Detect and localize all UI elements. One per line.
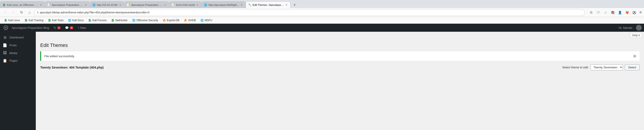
bookmark-label: MSFU <box>204 19 212 22</box>
avatar-icon[interactable]: 🦊 <box>624 9 630 15</box>
tab-close-btn[interactable]: × <box>285 3 288 7</box>
tab-favicon: 📝 <box>127 3 130 6</box>
sidebar-item-pages[interactable]: 📋 Pages <box>0 57 36 65</box>
ghdb-icon: 🔥 <box>184 19 187 22</box>
security-icon: ℹ <box>37 11 38 14</box>
shield-icon[interactable]: 🛡 <box>596 9 601 15</box>
select-theme-dropdown[interactable]: Twenty Seventeen <box>590 64 623 70</box>
comments-count: 0 <box>70 26 73 29</box>
bookmark-kali-tools[interactable]: 🐉 Kali Tools <box>46 18 65 22</box>
bookmark-kali-forums[interactable]: 🐉 Kali Forums <box>86 18 108 22</box>
sidebar-item-label: Posts <box>10 44 17 47</box>
sidebar-item-label: Dashboard <box>10 36 24 39</box>
avatar[interactable] <box>636 25 642 31</box>
bookmark-label: Exploit-DB <box>167 19 180 22</box>
tab-close-btn[interactable]: × <box>196 3 199 7</box>
menu-icon[interactable]: ≡ <box>639 10 642 15</box>
sidebar-item-label: Media <box>10 51 17 55</box>
msfu-icon: 🌐 <box>200 19 204 22</box>
url-text: apocalyst.htb/wp-admin/theme-editor.php?… <box>40 11 582 14</box>
bookmark-label: Offensive Security <box>136 19 158 22</box>
sports-icon[interactable]: ⚽ <box>631 9 637 15</box>
kali-training-icon: 🐉 <box>24 19 28 22</box>
bookmark-kali-docs[interactable]: 🌐 Kali Docs <box>66 18 86 22</box>
tab-close-btn[interactable]: × <box>84 3 87 7</box>
tab-label: Kali Linux, an Offensive Se... <box>7 3 38 6</box>
bookmark-ghdb[interactable]: 🔥 GHDB <box>182 18 198 22</box>
bookmark-label: Kali Tools <box>52 19 64 22</box>
tab-apocalypse-prep-1[interactable]: 📝 Apocalypse Preparation B... × <box>45 1 90 8</box>
tab-10-10-10-46[interactable]: 🌐 http://10.10.10.46/ × <box>90 1 124 8</box>
sidebar-item-media[interactable]: 🖼 Media <box>0 49 36 57</box>
tab-end-of-world[interactable]: 📝 End of the world × <box>169 1 201 8</box>
tab-favicon: 📝 <box>48 3 50 6</box>
wp-updates[interactable]: ↻ 1 <box>52 24 63 32</box>
wp-content: Edit Themes File edited successfully. ⊗ … <box>36 39 644 77</box>
url-bar[interactable]: ℹ apocalyst.htb/wp-admin/theme-editor.ph… <box>34 9 585 16</box>
select-button[interactable]: Select <box>625 64 640 70</box>
bookmarks-bar: 🐉 Kali Linux 🐉 Kali Training 🐉 Kali Tool… <box>0 17 644 24</box>
posts-icon: 📄 <box>3 43 7 47</box>
tab-bar: 🐉 Kali Linux, an Offensive Se... × 📝 Apo… <box>0 0 644 8</box>
bookmark-exploit-db[interactable]: 🔥 Exploit-DB <box>161 18 181 22</box>
updates-count: 1 <box>57 26 61 29</box>
comments-icon: 💬 <box>65 26 69 29</box>
updates-icon: ↻ <box>54 26 56 29</box>
bookmark-kali-linux[interactable]: 🐉 Kali Linux <box>2 18 22 22</box>
tab-label: End of the world <box>176 3 195 6</box>
tab-apocalyst-htb[interactable]: 🌐 http://apocalyst.htb/Right... × <box>202 1 245 8</box>
pages-icon: 📋 <box>3 59 7 63</box>
wp-new[interactable]: + New <box>76 24 88 32</box>
wp-hi-label: Hi, falaraki <box>616 26 634 29</box>
wp-site-name[interactable]: Apocalypse Preparation Blog <box>10 24 52 32</box>
url-actions: ⧉ 🛡 ☆ 📚 👤 🦊 ⚽ ≡ <box>588 9 642 15</box>
help-button[interactable]: Help ▾ <box>630 33 642 38</box>
tab-close-btn[interactable]: × <box>164 3 166 7</box>
theme-file-label: Twenty Seventeen: 404 Template (404.php) <box>40 66 104 69</box>
bookmark-label: Kali Linux <box>8 19 20 22</box>
tab-kali-linux[interactable]: 🐉 Kali Linux, an Offensive Se... × <box>0 1 45 8</box>
kali-tools-icon: 🐉 <box>48 19 51 22</box>
select-theme-row: Select theme to edit: Twenty Seventeen S… <box>562 64 640 70</box>
copy-button[interactable]: ⧉ <box>588 9 594 15</box>
wp-admin-bar-right: Hi, falaraki <box>616 25 642 31</box>
theme-header: Twenty Seventeen: 404 Template (404.php)… <box>40 64 640 70</box>
tab-label: http://10.10.10.46/ <box>97 3 118 6</box>
back-button[interactable]: ‹ <box>2 9 8 16</box>
tab-edit-themes[interactable]: 🔧 Edit Themes ‹ Apocalypse... × <box>246 1 290 8</box>
new-tab-button[interactable]: + <box>292 2 298 8</box>
bookmark-label: GHDB <box>188 19 196 22</box>
bookmarks-icon[interactable]: 📚 <box>610 9 616 15</box>
select-theme-label: Select theme to edit: <box>562 66 589 69</box>
bookmark-kali-training[interactable]: 🐉 Kali Training <box>22 18 45 22</box>
bookmark-msfu[interactable]: 🌐 MSFU <box>198 18 214 22</box>
notice-close-button[interactable]: ⊗ <box>633 54 636 59</box>
bookmark-label: Kali Forums <box>92 19 107 22</box>
wp-comments[interactable]: 💬 0 <box>63 24 76 32</box>
kali-docs-icon: 🌐 <box>68 19 71 22</box>
tab-apocalypse-prep-2[interactable]: 📝 Apocalypse Preparation B... × <box>124 1 169 8</box>
bookmark-label: NetHunter <box>116 19 128 22</box>
tab-close-btn[interactable]: × <box>40 3 42 7</box>
tab-favicon: 🔧 <box>248 3 251 6</box>
notice-text: File edited successfully. <box>44 54 75 58</box>
profile-icon[interactable]: 👤 <box>617 9 623 15</box>
nethunter-icon: 🐉 <box>111 19 114 22</box>
sidebar-item-posts[interactable]: 📄 Posts <box>0 41 36 49</box>
star-icon[interactable]: ☆ <box>603 9 608 15</box>
new-label: + New <box>78 26 86 29</box>
page-title: Edit Themes <box>40 42 640 48</box>
browser-chrome: 🐉 Kali Linux, an Offensive Se... × 📝 Apo… <box>0 0 644 24</box>
help-label: Help ▾ <box>632 34 640 37</box>
reload-button[interactable]: ↻ <box>18 9 24 16</box>
home-button[interactable]: ⌂ <box>26 9 33 16</box>
forward-button[interactable]: › <box>10 9 16 16</box>
bookmark-offensive-security[interactable]: 🌐 Offensive Security <box>130 18 160 22</box>
tab-close-btn[interactable]: × <box>240 3 243 7</box>
sidebar-item-dashboard[interactable]: ⊞ Dashboard <box>0 33 36 41</box>
tab-close-btn[interactable]: × <box>119 3 122 7</box>
wp-logo[interactable]: W <box>2 24 10 31</box>
wp-layout: ⊞ Dashboard 📄 Posts 🖼 Media 📋 Pages Help… <box>0 32 644 130</box>
bookmark-nethunter[interactable]: 🐉 NetHunter <box>109 18 130 22</box>
tab-label: Apocalypse Preparation B... <box>131 3 162 6</box>
